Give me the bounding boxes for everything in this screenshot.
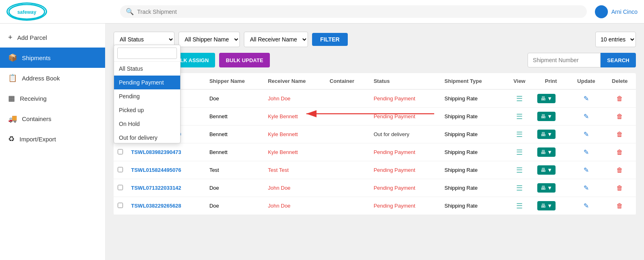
bulk-update-button[interactable]: BULK UPDATE (219, 53, 269, 67)
row-receiver: John Doe (264, 197, 325, 215)
view-button[interactable]: ☰ (516, 166, 523, 175)
row-receiver: John Doe (264, 89, 325, 108)
shipper-filter[interactable]: All Shipper Name (179, 32, 240, 47)
row-print-cell: 🖶 ▼ (533, 143, 569, 161)
shipment-link[interactable]: TSWL083982390473 (131, 149, 181, 155)
row-checkbox[interactable] (118, 185, 123, 190)
dropdown-option-picked-up[interactable]: Picked up (114, 103, 180, 117)
row-status: Pending Payment (370, 143, 441, 161)
row-type: Shipping Rate (440, 179, 506, 197)
view-button[interactable]: ☰ (516, 94, 523, 103)
shipment-search-area: SEARCH (528, 53, 636, 67)
row-view-cell: ☰ (506, 143, 533, 161)
dropdown-option-all-status[interactable]: All Status (114, 62, 180, 76)
row-shipper: Doe (205, 89, 264, 108)
topbar: safeway 🔍 👤 Arni Cinco (0, 0, 644, 24)
print-button[interactable]: 🖶 ▼ (537, 183, 556, 193)
delete-row-button[interactable]: 🗑 (616, 131, 623, 138)
filter-button[interactable]: FILTER (312, 33, 348, 46)
print-button[interactable]: 🖶 ▼ (537, 112, 556, 121)
table-row: TSWL038229265628 Doe John Doe Pending Pa… (114, 197, 636, 215)
row-print-cell: 🖶 ▼ (533, 89, 569, 108)
row-delete-cell: 🗑 (604, 161, 636, 179)
update-button[interactable]: ✎ (584, 166, 589, 174)
row-status: Pending Payment (370, 197, 441, 215)
row-status: Pending Payment (370, 161, 441, 179)
shipment-number-input[interactable] (528, 53, 601, 67)
shipments-table-container: Number Shipper Name Receiver Name Contai… (114, 73, 636, 215)
track-shipment-search[interactable]: 🔍 (120, 5, 587, 18)
row-checkbox[interactable] (118, 203, 123, 208)
delete-row-button[interactable]: 🗑 (616, 95, 623, 102)
receiver-filter[interactable]: All Receiver Name (244, 32, 308, 47)
table-header-row: Number Shipper Name Receiver Name Contai… (114, 73, 636, 89)
row-view-cell: ☰ (506, 89, 533, 108)
row-type: Shipping Rate (440, 197, 506, 215)
sidebar-item-import-export[interactable]: ♻ Import/Export (0, 129, 105, 149)
sidebar-item-containers[interactable]: 🚚 Containers (0, 108, 105, 129)
row-type: Shipping Rate (440, 89, 506, 108)
view-button[interactable]: ☰ (516, 130, 523, 139)
row-delete-cell: 🗑 (604, 143, 636, 161)
update-button[interactable]: ✎ (584, 202, 589, 210)
sidebar-item-shipments[interactable]: 📦 Shipments (0, 48, 105, 68)
view-button[interactable]: ☰ (516, 202, 523, 210)
update-button[interactable]: ✎ (584, 130, 589, 138)
print-button[interactable]: 🖶 ▼ (537, 201, 556, 210)
dropdown-search-input[interactable] (117, 48, 177, 59)
update-button[interactable]: ✎ (584, 148, 589, 156)
dropdown-option-pending-payment[interactable]: Pending Payment (114, 76, 180, 89)
delete-row-button[interactable]: 🗑 (616, 113, 623, 120)
row-checkbox[interactable] (118, 167, 123, 172)
sidebar-item-label: Receiving (20, 95, 47, 102)
shipment-link[interactable]: TSWL015824495076 (131, 167, 181, 173)
row-number: TSWL038229265628 (127, 197, 205, 215)
shipment-link[interactable]: TSWL071322033142 (131, 185, 181, 191)
row-status: Pending Payment (370, 179, 441, 197)
sidebar-item-address-book[interactable]: 📋 Address Book (0, 68, 105, 88)
search-button[interactable]: SEARCH (601, 53, 636, 67)
truck-icon: 🚚 (8, 114, 17, 123)
print-button[interactable]: 🖶 ▼ (537, 94, 556, 103)
avatar: 👤 (595, 5, 608, 18)
sidebar-item-label: Containers (22, 115, 52, 122)
row-container (325, 143, 369, 161)
plus-icon: + (8, 33, 13, 42)
print-button[interactable]: 🖶 ▼ (537, 147, 556, 157)
sidebar-item-label: Import/Export (19, 136, 56, 143)
row-update-cell: ✎ (569, 108, 604, 126)
logo-area: safeway (6, 2, 112, 21)
row-receiver: Kyle Bennett (264, 126, 325, 143)
row-receiver: Test Test (264, 161, 325, 179)
user-area: 👤 Arni Cinco (595, 5, 638, 18)
row-shipper: Bennett (205, 126, 264, 143)
row-checkbox[interactable] (118, 149, 123, 154)
print-button[interactable]: 🖶 ▼ (537, 130, 556, 139)
update-button[interactable]: ✎ (584, 113, 589, 120)
col-update: Update (569, 73, 604, 89)
print-button[interactable]: 🖶 ▼ (537, 165, 556, 175)
entries-select[interactable]: 10 entries (595, 32, 636, 47)
view-button[interactable]: ☰ (516, 184, 523, 193)
dropdown-options-list: All Status Pending Payment Pending Picke… (114, 62, 180, 143)
row-view-cell: ☰ (506, 161, 533, 179)
shipment-link[interactable]: TSWL038229265628 (131, 203, 181, 209)
dropdown-option-on-hold[interactable]: On Hold (114, 117, 180, 131)
update-button[interactable]: ✎ (584, 95, 589, 102)
row-shipper: Bennett (205, 108, 264, 126)
delete-row-button[interactable]: 🗑 (616, 202, 623, 210)
delete-row-button[interactable]: 🗑 (616, 149, 623, 156)
row-print-cell: 🖶 ▼ (533, 161, 569, 179)
delete-row-button[interactable]: 🗑 (616, 167, 623, 174)
view-button[interactable]: ☰ (516, 148, 523, 157)
sidebar: + Add Parcel 📦 Shipments 📋 Address Book … (0, 24, 106, 260)
delete-row-button[interactable]: 🗑 (616, 184, 623, 192)
track-shipment-input[interactable] (137, 9, 581, 15)
view-button[interactable]: ☰ (516, 112, 523, 121)
dropdown-option-pending[interactable]: Pending (114, 89, 180, 103)
package-icon: 📦 (8, 53, 17, 62)
sidebar-item-add-parcel[interactable]: + Add Parcel (0, 28, 105, 48)
dropdown-option-out-for-delivery[interactable]: Out for delivery (114, 131, 180, 143)
update-button[interactable]: ✎ (584, 184, 589, 192)
sidebar-item-receiving[interactable]: ▦ Receiving (0, 88, 105, 108)
